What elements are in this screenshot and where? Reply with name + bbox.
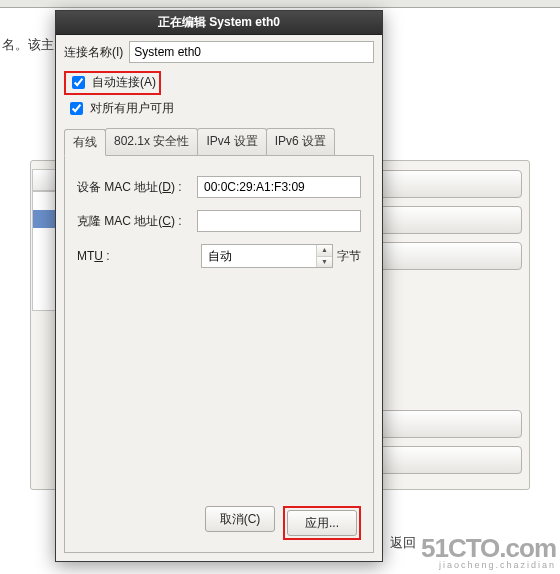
auto-connect-checkbox[interactable] [72,76,85,89]
mtu-value: 自动 [202,245,316,267]
highlight-apply: 应用... [283,506,361,540]
device-mac-label: 设备 MAC 地址(D) : [77,179,191,196]
tab-ipv4[interactable]: IPv4 设置 [197,128,266,155]
apply-button[interactable]: 应用... [287,510,357,536]
tab-8021x[interactable]: 802.1x 安全性 [105,128,198,155]
wired-tab-panel: 设备 MAC 地址(D) : 克隆 MAC 地址(C) : MTU : [64,155,374,553]
all-users-checkbox[interactable] [70,102,83,115]
device-mac-input[interactable] [197,176,361,198]
cloned-mac-input[interactable] [197,210,361,232]
connection-name-label: 连接名称(I) [64,44,123,61]
dialog-titlebar[interactable]: 正在编辑 System eth0 [56,11,382,35]
bg-return-text: 返回 [390,534,416,552]
dialog-title: 正在编辑 System eth0 [158,14,280,31]
tab-wired[interactable]: 有线 [64,129,106,156]
notebook: 有线 802.1x 安全性 IPv4 设置 IPv6 设置 设备 MAC 地址(… [64,128,374,553]
mtu-step-up[interactable]: ▲ [317,245,332,257]
highlight-auto-connect: 自动连接(A) [64,71,161,95]
bg-left-text: 名。该主 [2,36,54,54]
watermark: 51CTO.com jiaocheng.chazidian [421,535,556,570]
tab-ipv6[interactable]: IPv6 设置 [266,128,335,155]
edit-connection-dialog: 正在编辑 System eth0 连接名称(I) 自动连接(A) 对所有用户可用… [55,10,383,562]
all-users-label: 对所有用户可用 [90,100,174,117]
connection-name-input[interactable] [129,41,374,63]
mtu-unit: 字节 [337,248,361,265]
mtu-label: MTU : [77,249,195,263]
cancel-button[interactable]: 取消(C) [205,506,275,532]
auto-connect-label: 自动连接(A) [92,74,156,91]
cloned-mac-label: 克隆 MAC 地址(C) : [77,213,191,230]
mtu-step-down[interactable]: ▼ [317,257,332,268]
mtu-spin[interactable]: 自动 ▲ ▼ [201,244,333,268]
